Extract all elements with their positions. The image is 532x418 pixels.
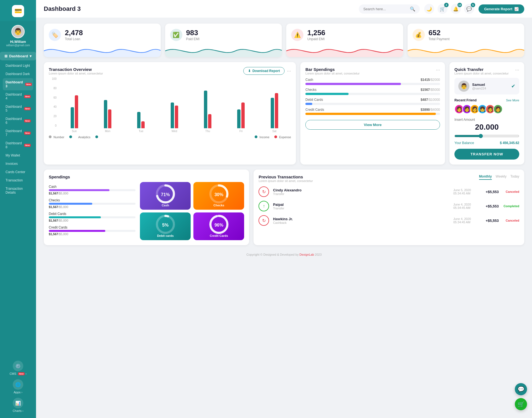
transaction-tab-btn[interactable]: Monthly xyxy=(479,175,492,180)
spending-row: Debit Cards $487/$10000 xyxy=(305,98,440,105)
chat-float-btn[interactable]: 💬 xyxy=(515,383,527,395)
sidebar-nav-item[interactable]: Dashboard 8New xyxy=(3,139,33,151)
cart-float-btn[interactable]: 🛒 xyxy=(515,398,527,410)
stat-value: 1,256 xyxy=(307,29,325,37)
sidebar-nav-item[interactable]: Transaction Details xyxy=(3,184,33,197)
msg-btn[interactable]: 💬 5 xyxy=(464,4,474,14)
cart-btn[interactable]: 🛒 2 xyxy=(438,4,447,14)
transfer-now-button[interactable]: TRANSFER NOW xyxy=(454,149,519,160)
spending-item-values: $1,567/$5,000 xyxy=(49,205,135,209)
txn-info: Hawkins Jr. Cashback xyxy=(273,217,449,224)
apps-arrow: › xyxy=(21,391,22,394)
txn-date: June 4, 2020 05:34:45 AM xyxy=(453,203,478,209)
prev-transactions-title: Previous Transactions xyxy=(259,175,313,179)
bell-btn[interactable]: 🔔 12 xyxy=(451,4,461,14)
download-icon: ⬇ xyxy=(248,69,251,73)
txn-type: Cashback xyxy=(273,221,449,224)
see-more-link[interactable]: See More xyxy=(506,99,519,102)
spending-label: Checks xyxy=(305,88,316,92)
legend-analytics: Analytics xyxy=(78,135,90,139)
spending-item-bar xyxy=(49,230,105,232)
spending-item-bar xyxy=(49,203,92,205)
bar-spendings-more-btn[interactable]: ··· xyxy=(436,67,440,73)
cms-icon-btn[interactable]: ⚙️ xyxy=(13,361,23,371)
nav-badge: New xyxy=(24,107,31,110)
spending-item-bar-bg xyxy=(49,216,135,218)
sidebar-nav-item[interactable]: Dashboard 3New xyxy=(3,78,33,90)
sidebar-nav-item[interactable]: Dashboard Dark xyxy=(3,70,33,78)
income-bar xyxy=(204,91,207,128)
legend-toggle[interactable] xyxy=(69,135,73,139)
friend-avatar[interactable]: 👩 xyxy=(493,104,503,114)
logo-icon[interactable]: 💳 xyxy=(12,5,24,17)
txn-name: Hawkins Jr. xyxy=(273,217,449,221)
charts-arrow: › xyxy=(22,409,23,412)
income-bar xyxy=(171,102,174,129)
legend-toggle2[interactable] xyxy=(95,135,99,139)
middle-row: Transaction Overview Lorem ipsum dolor s… xyxy=(44,62,524,165)
sidebar: 💳 👨 Hi,William william@gmail.com ⊞ Dashb… xyxy=(0,0,36,418)
expense-bar xyxy=(175,106,178,128)
sidebar-nav-item[interactable]: Dashboard 7New xyxy=(3,127,33,139)
search-input[interactable] xyxy=(363,7,408,11)
sidebar-nav-item[interactable]: Dashboard 6New xyxy=(3,115,33,127)
generate-report-button[interactable]: Generate Report 📈 xyxy=(479,4,524,14)
spending-label: Debit Cards xyxy=(305,98,323,102)
bar-group: Thu xyxy=(191,81,224,133)
view-more-button[interactable]: View More xyxy=(305,120,440,130)
bar-group: Sun xyxy=(58,81,91,133)
day-label: Tue xyxy=(139,130,143,133)
day-label: Wed xyxy=(172,130,177,133)
txn-type: Transfer xyxy=(273,192,449,196)
charts-icon-btn[interactable]: 📊 xyxy=(13,398,23,408)
apps-icon-btn[interactable]: 🌐 xyxy=(13,379,23,390)
charts-section[interactable]: 📊 Charts › xyxy=(0,395,36,414)
dashboard-toggle[interactable]: ⊞ Dashboard ▾ xyxy=(0,52,37,60)
progress-bar-bg xyxy=(305,113,440,115)
download-report-button[interactable]: ⬇ Download Report xyxy=(243,67,285,75)
bar-spendings-subtitle: Lorem ipsum dolor sit amet, consectetur xyxy=(305,72,360,75)
spending-item-bar-bg xyxy=(49,189,135,191)
theme-toggle-btn[interactable]: 🌙 xyxy=(424,4,434,14)
more-options-btn[interactable]: ··· xyxy=(287,68,291,74)
spending-item-bar-bg xyxy=(49,230,135,232)
spending-amount: $1415/$2000 xyxy=(421,78,440,82)
nav-badge: New xyxy=(24,132,31,135)
transfer-user-avatar: 👨 xyxy=(458,81,469,92)
apps-section[interactable]: 🌐 Apps › xyxy=(0,376,36,395)
stat-icon: ✅ xyxy=(170,29,182,41)
spending-item-label: Debit Cards xyxy=(49,212,135,216)
cms-label[interactable]: CMS New › xyxy=(9,372,26,375)
footer-brand-link[interactable]: DexignLab xyxy=(300,253,314,256)
balance-label: Your Balance xyxy=(454,141,474,145)
income-bar xyxy=(271,98,274,129)
txn-info: Cindy Alexandro Transfer xyxy=(273,188,449,196)
day-label: Sat xyxy=(272,130,277,133)
progress-bar-fill xyxy=(305,83,401,85)
floating-buttons: 💬 🛒 xyxy=(515,383,527,410)
sidebar-nav-item[interactable]: Dashboard 5New xyxy=(3,102,33,115)
spending-row: Checks $1567/$5000 xyxy=(305,88,440,95)
cms-section[interactable]: ⚙️ CMS New › xyxy=(0,358,36,376)
amount-slider[interactable] xyxy=(454,134,519,138)
sidebar-nav-item[interactable]: Invoices xyxy=(3,160,33,168)
sidebar-nav-item[interactable]: My Wallet xyxy=(3,151,33,160)
spending-item-label: Checks xyxy=(49,198,135,202)
sidebar-nav-item[interactable]: Cards Center xyxy=(3,168,33,176)
sidebar-nav-item[interactable]: Dashboard Light xyxy=(3,61,33,70)
chevron-down-icon: ▾ xyxy=(30,54,32,58)
quick-transfer-more-btn[interactable]: ··· xyxy=(515,67,519,73)
spending-item-values: $1,567/$5,000 xyxy=(49,192,135,195)
sidebar-nav-item[interactable]: Transaction xyxy=(3,176,33,184)
donut-grid: 71% Cash 30% Checks 5% Debit cards 96% C… xyxy=(140,182,244,240)
transaction-tab-btn[interactable]: Today xyxy=(510,175,519,180)
apps-label[interactable]: Apps › xyxy=(14,391,22,394)
spending-row: Credit Cards $3890/$4000 xyxy=(305,108,440,115)
legend-expense: Expense xyxy=(274,135,291,139)
sidebar-user: 👨 Hi,William william@gmail.com xyxy=(0,21,36,50)
sidebar-nav-item[interactable]: Dashboard 4New xyxy=(3,90,33,102)
stat-icon: 💰 xyxy=(413,29,425,41)
charts-label[interactable]: Charts › xyxy=(13,409,24,412)
stat-card: ✅ 983 Paid EMI xyxy=(165,24,282,57)
transaction-tab-btn[interactable]: Weekly xyxy=(496,175,507,180)
